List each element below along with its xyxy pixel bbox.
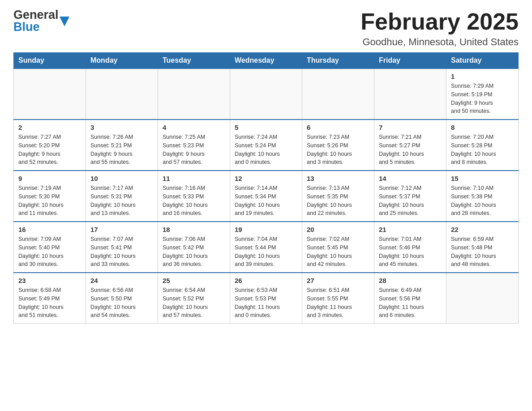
header-wednesday: Wednesday	[230, 53, 302, 69]
day-number: 16	[18, 226, 81, 233]
day-info: Sunrise: 6:51 AM Sunset: 5:55 PM Dayligh…	[307, 286, 369, 320]
day-number: 19	[235, 226, 297, 233]
table-row: 25Sunrise: 6:54 AM Sunset: 5:52 PM Dayli…	[158, 273, 230, 324]
logo-triangle-icon	[60, 17, 69, 28]
day-number: 1	[451, 73, 514, 80]
table-row	[14, 68, 86, 120]
day-info: Sunrise: 6:58 AM Sunset: 5:49 PM Dayligh…	[18, 286, 81, 320]
table-row: 28Sunrise: 6:49 AM Sunset: 5:56 PM Dayli…	[374, 273, 446, 324]
calendar-week-row: 2Sunrise: 7:27 AM Sunset: 5:20 PM Daylig…	[14, 120, 519, 171]
table-row: 24Sunrise: 6:56 AM Sunset: 5:50 PM Dayli…	[86, 273, 158, 324]
day-number: 10	[90, 175, 153, 182]
day-info: Sunrise: 7:17 AM Sunset: 5:31 PM Dayligh…	[90, 184, 153, 218]
day-number: 3	[90, 124, 153, 131]
table-row: 21Sunrise: 7:01 AM Sunset: 5:46 PM Dayli…	[374, 222, 446, 273]
day-info: Sunrise: 6:54 AM Sunset: 5:52 PM Dayligh…	[163, 286, 225, 320]
table-row: 16Sunrise: 7:09 AM Sunset: 5:40 PM Dayli…	[14, 222, 86, 273]
day-number: 21	[379, 226, 442, 233]
logo: General Blue	[13, 9, 69, 33]
day-info: Sunrise: 7:14 AM Sunset: 5:34 PM Dayligh…	[235, 184, 297, 218]
header-friday: Friday	[374, 53, 446, 69]
day-info: Sunrise: 7:12 AM Sunset: 5:37 PM Dayligh…	[379, 184, 442, 218]
table-row: 1Sunrise: 7:29 AM Sunset: 5:19 PM Daylig…	[446, 68, 519, 120]
day-number: 27	[307, 277, 369, 284]
table-row: 4Sunrise: 7:25 AM Sunset: 5:23 PM Daylig…	[158, 120, 230, 171]
day-info: Sunrise: 7:04 AM Sunset: 5:44 PM Dayligh…	[235, 235, 297, 269]
day-info: Sunrise: 7:21 AM Sunset: 5:27 PM Dayligh…	[379, 133, 442, 167]
day-info: Sunrise: 7:16 AM Sunset: 5:33 PM Dayligh…	[163, 184, 225, 218]
day-number: 2	[18, 124, 81, 131]
day-number: 22	[451, 226, 514, 233]
table-row: 9Sunrise: 7:19 AM Sunset: 5:30 PM Daylig…	[14, 171, 86, 222]
day-info: Sunrise: 6:53 AM Sunset: 5:53 PM Dayligh…	[235, 286, 297, 320]
day-number: 8	[451, 124, 514, 131]
day-info: Sunrise: 7:07 AM Sunset: 5:41 PM Dayligh…	[90, 235, 153, 269]
day-info: Sunrise: 7:25 AM Sunset: 5:23 PM Dayligh…	[163, 133, 225, 167]
day-number: 7	[379, 124, 442, 131]
calendar-table: Sunday Monday Tuesday Wednesday Thursday…	[13, 52, 519, 324]
day-info: Sunrise: 6:56 AM Sunset: 5:50 PM Dayligh…	[90, 286, 153, 320]
table-row: 17Sunrise: 7:07 AM Sunset: 5:41 PM Dayli…	[86, 222, 158, 273]
table-row	[86, 68, 158, 120]
day-info: Sunrise: 7:10 AM Sunset: 5:38 PM Dayligh…	[451, 184, 514, 218]
day-number: 6	[307, 124, 369, 131]
day-info: Sunrise: 7:29 AM Sunset: 5:19 PM Dayligh…	[451, 82, 514, 116]
table-row	[374, 68, 446, 120]
day-number: 13	[307, 175, 369, 182]
page-header: General Blue February 2025 Goodhue, Minn…	[13, 9, 519, 48]
calendar-week-row: 1Sunrise: 7:29 AM Sunset: 5:19 PM Daylig…	[14, 68, 519, 120]
day-info: Sunrise: 7:13 AM Sunset: 5:35 PM Dayligh…	[307, 184, 369, 218]
table-row	[446, 273, 519, 324]
day-number: 9	[18, 175, 81, 182]
table-row: 19Sunrise: 7:04 AM Sunset: 5:44 PM Dayli…	[230, 222, 302, 273]
table-row: 22Sunrise: 6:59 AM Sunset: 5:48 PM Dayli…	[446, 222, 519, 273]
day-number: 15	[451, 175, 514, 182]
table-row: 27Sunrise: 6:51 AM Sunset: 5:55 PM Dayli…	[302, 273, 374, 324]
table-row: 5Sunrise: 7:24 AM Sunset: 5:24 PM Daylig…	[230, 120, 302, 171]
table-row	[158, 68, 230, 120]
day-number: 11	[163, 175, 225, 182]
table-row: 26Sunrise: 6:53 AM Sunset: 5:53 PM Dayli…	[230, 273, 302, 324]
day-number: 24	[90, 277, 153, 284]
header-sunday: Sunday	[14, 53, 86, 69]
calendar-week-row: 16Sunrise: 7:09 AM Sunset: 5:40 PM Dayli…	[14, 222, 519, 273]
table-row: 12Sunrise: 7:14 AM Sunset: 5:34 PM Dayli…	[230, 171, 302, 222]
day-number: 4	[163, 124, 225, 131]
day-number: 18	[163, 226, 225, 233]
table-row: 3Sunrise: 7:26 AM Sunset: 5:21 PM Daylig…	[86, 120, 158, 171]
day-number: 23	[18, 277, 81, 284]
day-info: Sunrise: 6:49 AM Sunset: 5:56 PM Dayligh…	[379, 286, 442, 320]
table-row: 8Sunrise: 7:20 AM Sunset: 5:28 PM Daylig…	[446, 120, 519, 171]
day-info: Sunrise: 7:27 AM Sunset: 5:20 PM Dayligh…	[18, 133, 81, 167]
table-row: 23Sunrise: 6:58 AM Sunset: 5:49 PM Dayli…	[14, 273, 86, 324]
table-row: 18Sunrise: 7:06 AM Sunset: 5:42 PM Dayli…	[158, 222, 230, 273]
header-saturday: Saturday	[446, 53, 519, 69]
day-number: 28	[379, 277, 442, 284]
day-number: 12	[235, 175, 297, 182]
calendar-title-block: February 2025 Goodhue, Minnesota, United…	[360, 9, 519, 48]
table-row: 15Sunrise: 7:10 AM Sunset: 5:38 PM Dayli…	[446, 171, 519, 222]
day-number: 20	[307, 226, 369, 233]
header-tuesday: Tuesday	[158, 53, 230, 69]
day-info: Sunrise: 7:26 AM Sunset: 5:21 PM Dayligh…	[90, 133, 153, 167]
day-number: 25	[163, 277, 225, 284]
day-info: Sunrise: 7:24 AM Sunset: 5:24 PM Dayligh…	[235, 133, 297, 167]
calendar-header-row: Sunday Monday Tuesday Wednesday Thursday…	[14, 53, 519, 69]
day-info: Sunrise: 7:01 AM Sunset: 5:46 PM Dayligh…	[379, 235, 442, 269]
day-info: Sunrise: 7:06 AM Sunset: 5:42 PM Dayligh…	[163, 235, 225, 269]
day-number: 26	[235, 277, 297, 284]
table-row	[302, 68, 374, 120]
svg-marker-0	[60, 17, 69, 26]
table-row: 14Sunrise: 7:12 AM Sunset: 5:37 PM Dayli…	[374, 171, 446, 222]
table-row: 20Sunrise: 7:02 AM Sunset: 5:45 PM Dayli…	[302, 222, 374, 273]
logo-blue-text: Blue	[13, 21, 59, 33]
calendar-week-row: 9Sunrise: 7:19 AM Sunset: 5:30 PM Daylig…	[14, 171, 519, 222]
logo-general-text: General	[13, 9, 59, 21]
table-row: 13Sunrise: 7:13 AM Sunset: 5:35 PM Dayli…	[302, 171, 374, 222]
table-row: 6Sunrise: 7:23 AM Sunset: 5:26 PM Daylig…	[302, 120, 374, 171]
day-info: Sunrise: 7:23 AM Sunset: 5:26 PM Dayligh…	[307, 133, 369, 167]
day-info: Sunrise: 7:09 AM Sunset: 5:40 PM Dayligh…	[18, 235, 81, 269]
calendar-title: February 2025	[360, 9, 519, 34]
calendar-subtitle: Goodhue, Minnesota, United States	[360, 36, 519, 48]
day-info: Sunrise: 6:59 AM Sunset: 5:48 PM Dayligh…	[451, 235, 514, 269]
